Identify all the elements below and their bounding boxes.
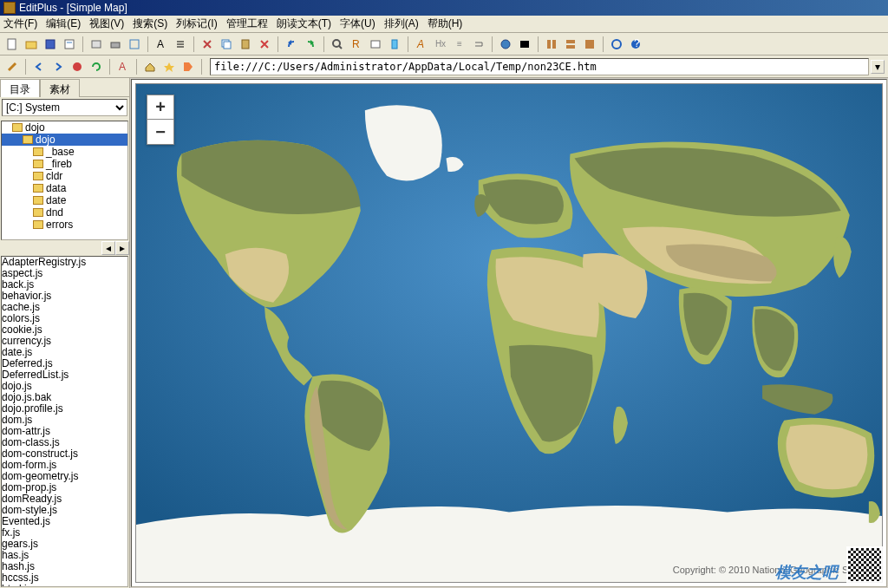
paste-icon[interactable]	[237, 36, 254, 53]
find-icon[interactable]	[329, 36, 346, 53]
view3-icon[interactable]	[581, 36, 598, 53]
file-item[interactable]: Evented.js	[2, 516, 127, 527]
back-icon[interactable]	[30, 58, 48, 75]
zoom-in-button[interactable]: +	[147, 95, 173, 120]
svg-rect-3	[65, 40, 74, 49]
tree-scroll-left-icon[interactable]: ◂	[101, 241, 115, 255]
folder-icon	[33, 196, 43, 205]
menu-view[interactable]: 视图(V)	[89, 16, 124, 31]
browser-icon[interactable]	[497, 36, 514, 53]
toolbar-sep	[25, 59, 26, 75]
tab-directory[interactable]: 目录	[0, 79, 40, 97]
properties-icon[interactable]	[61, 36, 78, 53]
menu-search[interactable]: 搜索(S)	[133, 16, 167, 31]
save-icon[interactable]	[42, 36, 59, 53]
forward-icon[interactable]	[49, 58, 67, 75]
folder-icon	[33, 184, 43, 193]
favorite-icon[interactable]	[160, 58, 178, 75]
svg-rect-24	[552, 40, 556, 49]
home-icon[interactable]	[141, 58, 159, 75]
folder-icon	[23, 135, 33, 144]
drive-selector[interactable]: [C:] System	[2, 99, 127, 118]
toolbar-sep	[323, 36, 324, 52]
replace-icon[interactable]: R	[348, 36, 365, 53]
folder-icon	[33, 220, 43, 229]
col-icon[interactable]: ≡	[451, 36, 468, 53]
toolbar-sep	[201, 59, 202, 75]
new-file-icon[interactable]	[3, 36, 21, 53]
toolbar-sep	[109, 59, 110, 75]
edit-icon[interactable]	[3, 58, 21, 75]
undo-icon[interactable]	[283, 36, 300, 53]
tree-folder[interactable]: cldr	[2, 170, 127, 182]
options-icon[interactable]	[608, 36, 625, 53]
tree-folder[interactable]: errors	[2, 219, 127, 231]
hex-icon[interactable]: Hx	[432, 36, 449, 53]
tree-folder[interactable]: dnd	[2, 206, 127, 219]
address-input[interactable]	[210, 58, 869, 75]
font-icon[interactable]: A	[153, 36, 170, 53]
tree-scroll-right-icon[interactable]: ▸	[115, 241, 129, 255]
map-copyright: Copyright: © 2010 National Geographic So…	[673, 565, 873, 575]
text-icon[interactable]	[172, 36, 189, 53]
svg-rect-23	[547, 40, 551, 49]
cut-icon[interactable]	[199, 36, 216, 53]
menu-marker[interactable]: 列标记(I)	[176, 16, 217, 31]
menu-help[interactable]: 帮助(H)	[428, 16, 463, 31]
svg-point-28	[612, 40, 621, 49]
tree-folder[interactable]: _base	[2, 146, 127, 158]
zoom-controls: + −	[147, 95, 174, 145]
tree-folder[interactable]: _fireb	[2, 158, 127, 170]
menu-project[interactable]: 管理工程	[226, 16, 268, 31]
tree-folder[interactable]: date	[2, 194, 127, 206]
toolbar-main: A R A Hx ≡ ?	[0, 33, 888, 56]
menu-read[interactable]: 朗读文本(T)	[277, 16, 331, 31]
app-icon	[3, 2, 16, 14]
svg-rect-22	[520, 41, 529, 48]
toolbar-sep	[136, 59, 137, 75]
svg-point-31	[73, 62, 82, 71]
tag-icon[interactable]	[180, 58, 197, 75]
tree-folder[interactable]: dojo	[2, 134, 127, 146]
goto-icon[interactable]	[367, 36, 384, 53]
address-dropdown-icon[interactable]: ▾	[871, 60, 885, 74]
html-icon[interactable]: A	[114, 58, 132, 75]
bookmark-icon[interactable]	[386, 36, 403, 53]
menu-file[interactable]: 文件(F)	[3, 16, 37, 31]
folder-tree[interactable]: dojodojo_base_firebcldrdatadatednderrors	[1, 121, 128, 240]
tab-material[interactable]: 素材	[40, 79, 80, 97]
zoom-out-button[interactable]: −	[147, 120, 173, 144]
run-icon[interactable]	[516, 36, 533, 53]
tree-folder[interactable]: data	[2, 182, 127, 194]
help-icon[interactable]: ?	[627, 36, 644, 53]
toolbar-sep	[408, 36, 408, 52]
toolbar-sep	[82, 36, 83, 52]
menu-font[interactable]: 字体(U)	[340, 16, 375, 31]
tree-folder[interactable]: dojo	[2, 121, 127, 134]
svg-rect-25	[566, 40, 575, 43]
toolbar-sep	[492, 36, 493, 52]
open-file-icon[interactable]	[23, 36, 40, 53]
redo-icon[interactable]	[302, 36, 319, 53]
email-icon[interactable]	[126, 36, 143, 53]
view1-icon[interactable]	[543, 36, 560, 53]
file-list[interactable]: AdapterRegistry.jsaspect.jsback.jsbehavi…	[1, 256, 128, 587]
print-icon[interactable]	[107, 36, 124, 53]
copy-icon[interactable]	[218, 36, 235, 53]
refresh-icon[interactable]	[88, 58, 105, 75]
file-item[interactable]: html.js	[2, 584, 127, 587]
view2-icon[interactable]	[562, 36, 579, 53]
svg-rect-2	[46, 40, 55, 49]
highlight-icon[interactable]: A	[413, 36, 430, 53]
menu-arrange[interactable]: 排列(A)	[384, 16, 419, 31]
menu-edit[interactable]: 编辑(E)	[46, 16, 81, 31]
wrap-icon[interactable]	[470, 36, 487, 53]
print-preview-icon[interactable]	[88, 36, 105, 53]
delete-icon[interactable]	[256, 36, 273, 53]
map-viewport[interactable]: + − Copyright: © 2010 National Geographi…	[135, 83, 883, 583]
title-bar: EditPlus - [Simple Map]	[0, 0, 888, 16]
toolbar-sep	[538, 36, 539, 52]
stop-icon[interactable]	[69, 58, 86, 75]
sidebar-tabs: 目录 素材	[0, 78, 129, 97]
toolbar-sep	[193, 36, 194, 52]
